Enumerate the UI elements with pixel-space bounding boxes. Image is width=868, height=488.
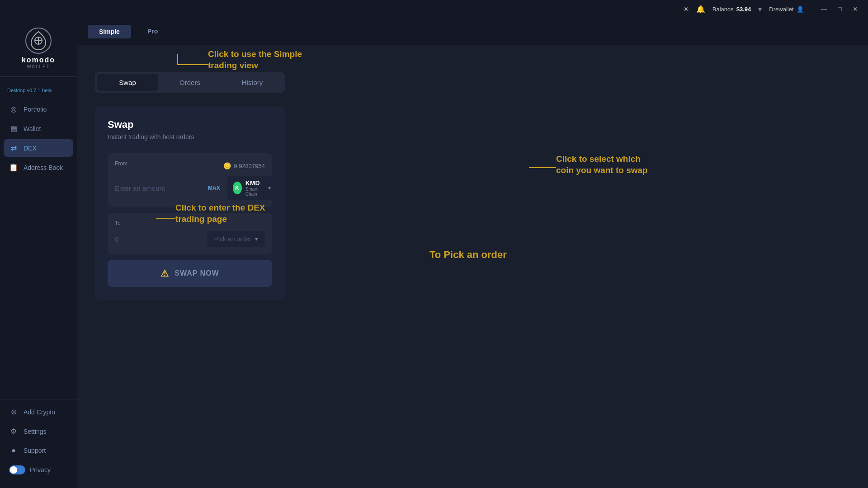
sidebar-item-add-crypto[interactable]: ⊕ Add Crypto [4, 403, 73, 421]
from-input-row: MAX K KMD Smart Chain ▾ [115, 176, 265, 200]
swap-panel: Swap Orders History Swap Instant trading… [95, 72, 285, 300]
pick-order-chevron-icon: ▾ [255, 236, 258, 242]
amount-input[interactable] [115, 184, 201, 192]
privacy-toggle[interactable] [9, 465, 25, 474]
title-bar-controls: ☀ 🔔 Balance $3.94 ▾ Drewallet 👤 — □ ✕ [683, 5, 861, 14]
to-section: To 0 Pick an order ▾ [108, 213, 272, 254]
support-icon: ● [9, 446, 18, 455]
nav-bottom: ⊕ Add Crypto ⚙ Settings ● Support Privac… [0, 403, 77, 479]
main-content: Simple Pro Swap Orders History Swap Inst… [77, 18, 868, 488]
settings-icon: ⚙ [9, 427, 18, 436]
balance-display: 🪙 9.92837954 [223, 162, 265, 169]
top-nav: Simple Pro [77, 18, 868, 45]
portfolio-icon: ◎ [9, 105, 18, 113]
to-row: 0 Pick an order ▾ [115, 231, 265, 247]
trading-tabs: Swap Orders History [95, 72, 285, 93]
close-button[interactable]: ✕ [850, 5, 861, 14]
coin-chevron-icon: ▾ [268, 185, 271, 191]
sidebar-item-portfolio-label: Portfolio [24, 106, 47, 113]
komodo-logo-icon [25, 27, 52, 54]
kmd-coin-icon: K [233, 182, 242, 194]
version-text: Desktop v0.7.1-beta [0, 84, 77, 97]
tab-simple[interactable]: Simple [88, 25, 131, 38]
maximize-button[interactable]: □ [835, 5, 844, 14]
tab-pro[interactable]: Pro [137, 25, 169, 38]
logo-section: komodo WALLET [0, 27, 77, 77]
wallet-name: Drewallet [769, 6, 793, 13]
app-body: komodo WALLET Desktop v0.7.1-beta ◎ Port… [0, 18, 868, 488]
balance-value: 9.92837954 [234, 163, 265, 169]
sidebar-item-wallet[interactable]: ▤ Wallet [4, 120, 73, 137]
privacy-row: Privacy [4, 461, 73, 479]
sidebar-item-settings-label: Settings [24, 428, 47, 435]
title-bar: ☀ 🔔 Balance $3.94 ▾ Drewallet 👤 — □ ✕ [0, 0, 868, 18]
user-icon: 👤 [797, 6, 804, 13]
content-area: Swap Orders History Swap Instant trading… [77, 45, 868, 488]
sidebar-item-add-crypto-label: Add Crypto [24, 408, 55, 416]
balance-label: Balance [712, 6, 734, 13]
swap-now-label: SWAP NOW [175, 269, 219, 277]
sidebar-item-wallet-label: Wallet [24, 125, 41, 132]
to-label: To [115, 220, 265, 226]
swap-now-button[interactable]: ⚠ SWAP NOW [108, 260, 272, 287]
toggle-knob [10, 466, 17, 474]
swap-form: Swap Instant trading with best orders Fr… [95, 106, 285, 300]
coin-info: KMD Smart Chain [245, 179, 264, 197]
max-button[interactable]: MAX [205, 184, 223, 192]
divider: ▾ [758, 5, 762, 14]
theme-icon[interactable]: ☀ [683, 5, 689, 14]
wallet-user[interactable]: Drewallet 👤 [769, 6, 803, 13]
coin-chain: Smart Chain [245, 187, 264, 197]
wallet-icon: ▤ [9, 124, 18, 133]
window-controls: — □ ✕ [818, 5, 861, 14]
warning-icon: ⚠ [160, 268, 169, 279]
dex-icon: ⇄ [9, 144, 18, 152]
tab-history[interactable]: History [222, 74, 283, 91]
nav-items: ◎ Portfolio ▤ Wallet ⇄ DEX 📋 Address Boo… [0, 100, 77, 395]
balance-amount: $3.94 [736, 6, 751, 13]
logo-text: komodo [22, 56, 55, 64]
address-book-icon: 📋 [9, 163, 18, 172]
sidebar-item-address-book[interactable]: 📋 Address Book [4, 159, 73, 176]
swap-subtitle: Instant trading with best orders [108, 133, 272, 141]
from-row: From 🪙 9.92837954 [115, 160, 265, 171]
sidebar-item-settings[interactable]: ⚙ Settings [4, 422, 73, 440]
pick-order-button[interactable]: Pick an order ▾ [207, 231, 265, 247]
privacy-label: Privacy [30, 466, 51, 474]
sidebar-item-support[interactable]: ● Support [4, 442, 73, 459]
sidebar-item-address-book-label: Address Book [24, 164, 63, 171]
nav-divider [0, 399, 77, 399]
minimize-button[interactable]: — [818, 5, 830, 14]
from-label: From [115, 160, 127, 167]
to-amount: 0 [115, 235, 203, 243]
sidebar: komodo WALLET Desktop v0.7.1-beta ◎ Port… [0, 18, 77, 488]
balance-icon: 🪙 [223, 162, 231, 169]
sidebar-item-support-label: Support [24, 447, 46, 454]
swap-title: Swap [108, 119, 272, 131]
balance-section: Balance $3.94 [712, 6, 751, 13]
logo-sub: WALLET [27, 64, 50, 69]
coin-name: KMD [245, 179, 264, 187]
mode-tabs: Simple Pro [88, 25, 169, 38]
sidebar-item-dex[interactable]: ⇄ DEX [4, 139, 73, 157]
from-section: From 🪙 9.92837954 MAX K [108, 153, 272, 207]
add-crypto-icon: ⊕ [9, 408, 18, 416]
notifications-icon[interactable]: 🔔 [696, 5, 705, 14]
tab-orders[interactable]: Orders [159, 74, 221, 91]
sidebar-item-dex-label: DEX [24, 145, 37, 152]
tab-swap[interactable]: Swap [97, 74, 158, 91]
pick-order-label: Pick an order [214, 235, 251, 243]
coin-selector[interactable]: K KMD Smart Chain ▾ [227, 176, 276, 200]
sidebar-item-portfolio[interactable]: ◎ Portfolio [4, 100, 73, 118]
